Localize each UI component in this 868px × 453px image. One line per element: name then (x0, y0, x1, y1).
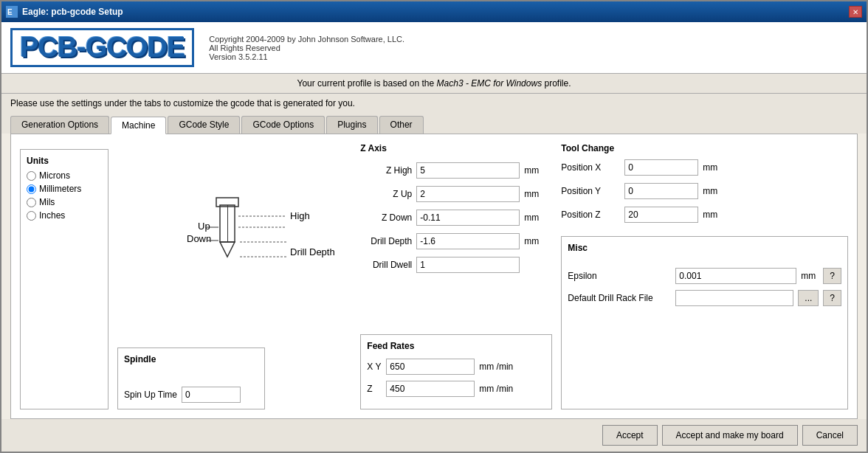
tc-pos-y-input[interactable] (624, 183, 698, 199)
accept-board-button[interactable]: Accept and make my board (662, 425, 798, 446)
spin-up-row: Spin Up Time (124, 387, 258, 403)
svg-rect-3 (227, 205, 228, 242)
title-bar-left: E Eagle: pcb-gcode Setup (6, 6, 123, 18)
feed-xy-label: X Y (367, 362, 382, 372)
profile-prefix: Your current profile is based on the (297, 78, 437, 89)
z-up-input[interactable] (416, 186, 520, 202)
drill-dwell-row: Drill Dwell (360, 257, 552, 273)
feed-xy-input[interactable] (386, 359, 475, 375)
tc-pos-x-unit: mm (703, 162, 717, 173)
title-buttons: ✕ (849, 6, 862, 18)
tab-gcode-options[interactable]: GCode Options (241, 116, 325, 134)
drill-rack-help-button[interactable]: ? (823, 290, 841, 306)
tool-change-section: Tool Change Position X mm Position Y mm … (561, 143, 848, 230)
main-content: Units Microns Millimeters Mils Inches (10, 134, 858, 419)
z-high-unit: mm (524, 165, 539, 176)
feed-z-label: Z (367, 384, 382, 394)
copyright-text: Copyright 2004-2009 by John Johnson Soft… (209, 35, 404, 44)
tc-pos-z-label: Position Z (561, 210, 620, 220)
z-high-label: Z High (360, 165, 412, 176)
feed-z-input[interactable] (386, 381, 475, 397)
units-box: Units Microns Millimeters Mils Inches (20, 149, 108, 409)
drill-rack-input[interactable] (675, 290, 793, 306)
z-high-input[interactable] (416, 162, 520, 179)
units-mils-label: Mils (39, 197, 55, 207)
profile-name: Mach3 - EMC for Windows (437, 78, 542, 89)
spin-up-input[interactable] (182, 387, 241, 403)
main-window: E Eagle: pcb-gcode Setup ✕ PCB-GCODE Cop… (0, 0, 868, 453)
units-inches-label: Inches (39, 210, 65, 221)
header-info: Copyright 2004-2009 by John Johnson Soft… (209, 35, 404, 61)
misc-title: Misc (568, 243, 841, 253)
tc-pos-x-input[interactable] (624, 159, 698, 176)
header-section: PCB-GCODE Copyright 2004-2009 by John Jo… (1, 22, 867, 74)
footer: Accept Accept and make my board Cancel (1, 419, 867, 452)
epsilon-row: Epsilon mm ? (568, 268, 841, 284)
tab-gcode-style[interactable]: GCode Style (168, 116, 240, 134)
tab-plugins[interactable]: Plugins (326, 116, 377, 134)
epsilon-help-button[interactable]: ? (823, 268, 841, 284)
svg-text:E: E (7, 8, 13, 16)
svg-text:High: High (290, 210, 310, 221)
misc-box: Misc Epsilon mm ? Default Drill Rack Fil… (561, 236, 848, 409)
units-mm-radio[interactable] (27, 184, 36, 194)
app-logo: PCB-GCODE (10, 28, 194, 67)
feed-z-row: Z mm /min (367, 381, 545, 397)
epsilon-input[interactable] (675, 268, 796, 284)
units-title: Units (27, 156, 102, 166)
drill-depth-unit: mm (524, 236, 539, 246)
rights-text: All Rights Reserved (209, 44, 404, 52)
tc-pos-x-row: Position X mm (561, 159, 848, 176)
units-mils-radio[interactable] (27, 198, 36, 207)
tool-change-title: Tool Change (561, 143, 848, 153)
tc-pos-x-label: Position X (561, 162, 620, 173)
drill-rack-label: Default Drill Rack File (568, 293, 671, 303)
tab-machine[interactable]: Machine (111, 117, 166, 134)
logo-container: PCB-GCODE (10, 28, 194, 67)
epsilon-label: Epsilon (568, 271, 671, 281)
units-microns-radio[interactable] (27, 171, 36, 181)
z-up-label: Z Up (360, 189, 412, 199)
version-text: Version 3.5.2.11 (209, 52, 404, 61)
svg-text:Drill Depth: Drill Depth (290, 246, 335, 257)
tab-other[interactable]: Other (379, 116, 424, 134)
tab-generation-options[interactable]: Generation Options (10, 116, 109, 134)
window-title: Eagle: pcb-gcode Setup (22, 7, 123, 17)
drill-diagram: Up Down High Drill Depth (124, 183, 345, 308)
feed-xy-unit: mm /min (479, 362, 513, 372)
accept-button[interactable]: Accept (602, 425, 658, 446)
drill-dwell-label: Drill Dwell (360, 260, 412, 270)
title-bar: E Eagle: pcb-gcode Setup ✕ (1, 1, 867, 22)
spindle-title: Spindle (124, 354, 258, 364)
z-axis-title: Z Axis (360, 143, 552, 153)
drill-depth-input[interactable] (416, 233, 520, 249)
z-up-unit: mm (524, 189, 539, 199)
drill-rack-browse-button[interactable]: ... (798, 290, 819, 306)
units-mm-label: Millimeters (39, 184, 81, 194)
units-inches-radio[interactable] (27, 211, 36, 221)
tc-pos-y-unit: mm (703, 186, 717, 196)
svg-text:Down: Down (187, 233, 211, 244)
z-axis-section: Z Axis Z High mm Z Up mm Z Down mm (360, 143, 552, 409)
spin-up-label: Spin Up Time (124, 390, 177, 400)
feed-rates-box: Feed Rates X Y mm /min Z mm /min (360, 334, 552, 409)
svg-text:Up: Up (198, 221, 210, 232)
units-mils-row: Mils (27, 197, 102, 207)
tc-pos-z-input[interactable] (624, 207, 698, 223)
epsilon-unit: mm (801, 271, 816, 281)
svg-marker-4 (220, 242, 235, 257)
z-down-unit: mm (524, 212, 539, 223)
tc-pos-z-row: Position Z mm (561, 207, 848, 223)
drill-rack-row: Default Drill Rack File ... ? (568, 290, 841, 306)
drill-dwell-input[interactable] (416, 257, 520, 273)
z-down-input[interactable] (416, 210, 520, 226)
z-high-row: Z High mm (360, 162, 552, 179)
units-mm-row: Millimeters (27, 184, 102, 194)
feed-xy-row: X Y mm /min (367, 359, 545, 375)
spindle-box: Spindle Spin Up Time (117, 347, 265, 409)
profile-notice: Your current profile is based on the Mac… (1, 74, 867, 94)
close-button[interactable]: ✕ (849, 6, 862, 18)
tc-pos-z-unit: mm (703, 210, 717, 220)
units-microns-label: Microns (39, 170, 70, 181)
cancel-button[interactable]: Cancel (802, 425, 858, 446)
